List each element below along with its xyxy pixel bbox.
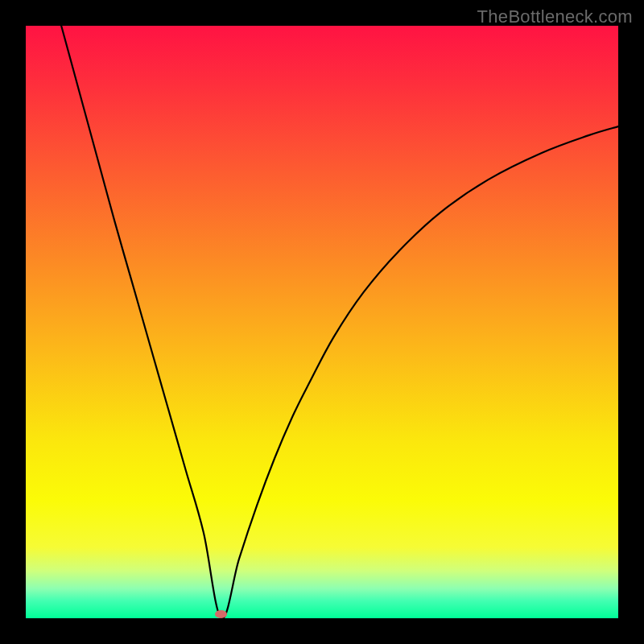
watermark-text: TheBottleneck.com — [477, 6, 633, 27]
bottleneck-curve — [26, 26, 618, 618]
chart-frame: TheBottleneck.com — [0, 0, 644, 644]
plot-area — [26, 26, 618, 618]
